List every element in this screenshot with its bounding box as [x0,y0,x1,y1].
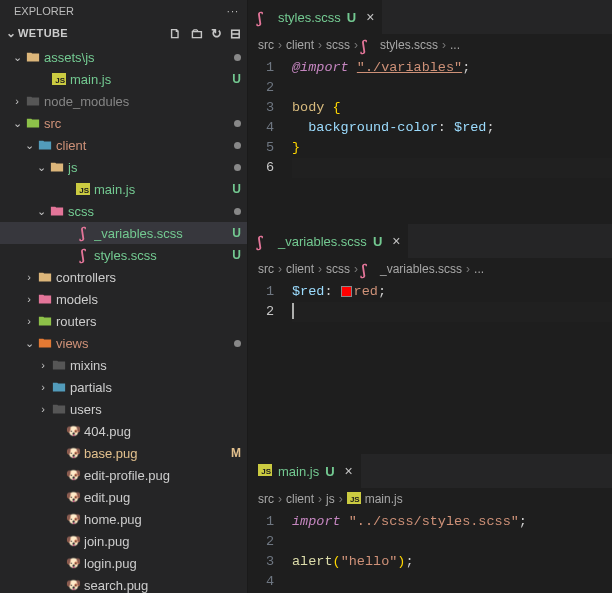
tree-file-edit-pug[interactable]: ·🐶edit.pug [0,486,247,508]
tree-file-404-pug[interactable]: ·🐶404.pug [0,420,247,442]
pug-icon: 🐶 [64,490,82,504]
chevron-down-icon: ⌄ [4,26,18,40]
tree-file-base-pug[interactable]: ·🐶base.pugM [0,442,247,464]
tab-bar: ʃ _variables.scss U × [248,224,612,258]
file-label: views [56,336,230,351]
file-label: scss [68,204,230,219]
file-label: users [70,402,241,417]
crumb[interactable]: ... [450,38,460,52]
tab-label: main.js [278,464,319,479]
line-number: 4 [248,118,292,138]
file-label: models [56,292,241,307]
tree-folder-node-modules[interactable]: › node_modules [0,90,247,112]
close-icon[interactable]: × [392,233,400,249]
line-number: 3 [248,98,292,118]
tree-folder-mixins[interactable]: › mixins [0,354,247,376]
file-label: main.js [70,72,226,87]
new-folder-icon[interactable]: 🗀 [190,26,203,41]
breadcrumb[interactable]: src› client› scss› ʃ styles.scss› ... [248,34,612,56]
tree-folder-src[interactable]: ⌄ src [0,112,247,134]
modified-dot-icon [234,340,241,347]
line-number: 5 [248,138,292,158]
crumb[interactable]: js [326,492,335,506]
chevron-right-icon: › [442,38,446,52]
crumb[interactable]: ... [474,262,484,276]
chevron-down-icon: ⌄ [10,117,24,130]
tree-folder-views[interactable]: ⌄ views [0,332,247,354]
file-label: 404.pug [84,424,241,439]
crumb[interactable]: src [258,38,274,52]
tree-file-main-js[interactable]: · JS main.js U [0,68,247,90]
refresh-icon[interactable]: ↻ [211,26,222,41]
crumb[interactable]: styles.scss [380,38,438,52]
tab-styles-scss[interactable]: ʃ styles.scss U × [248,0,383,34]
folder-icon [36,314,54,328]
tree-folder-models[interactable]: › models [0,288,247,310]
chevron-right-icon: › [278,492,282,506]
js-icon: JS [50,73,68,85]
close-icon[interactable]: × [366,9,374,25]
tree-folder-assets-js[interactable]: ⌄ assets\js [0,46,247,68]
file-label: assets\js [44,50,230,65]
code-editor[interactable]: 1$red: red; 2 [248,280,612,454]
crumb[interactable]: scss [326,38,350,52]
close-icon[interactable]: × [345,463,353,479]
tree-folder-partials[interactable]: › partials [0,376,247,398]
tab-variables-scss[interactable]: ʃ _variables.scss U × [248,224,409,258]
file-label: search.pug [84,578,241,593]
crumb[interactable]: _variables.scss [380,262,462,276]
crumb[interactable]: scss [326,262,350,276]
breadcrumb[interactable]: src› client› scss› ʃ _variables.scss› ..… [248,258,612,280]
tree-folder-users[interactable]: › users [0,398,247,420]
folder-icon [24,50,42,64]
tree-file-login-pug[interactable]: ·🐶login.pug [0,552,247,574]
breadcrumb[interactable]: src› client› js› JS main.js [248,488,612,510]
crumb[interactable]: src [258,492,274,506]
modified-dot-icon [234,54,241,61]
scss-icon: ʃ [258,10,272,24]
more-icon[interactable]: ··· [227,5,239,17]
line-number: 6 [248,158,292,178]
tree-file-join-pug[interactable]: ·🐶join.pug [0,530,247,552]
editor-pane-3: JS main.js U × src› client› js› JS main.… [248,454,612,593]
js-icon: JS [258,464,272,478]
tree-file-home-pug[interactable]: ·🐶home.pug [0,508,247,530]
tree-folder-scss[interactable]: ⌄ scss [0,200,247,222]
crumb[interactable]: main.js [365,492,403,506]
chevron-right-icon: › [339,492,343,506]
crumb[interactable]: src [258,262,274,276]
crumb[interactable]: client [286,38,314,52]
tree-file-edit-profile-pug[interactable]: ·🐶edit-profile.pug [0,464,247,486]
code-editor[interactable]: 1@import "./variables"; 2 3body { 4 back… [248,56,612,224]
chevron-right-icon: › [22,315,36,327]
tree-file-variables-scss[interactable]: · ʃ _variables.scss U [0,222,247,244]
crumb[interactable]: client [286,262,314,276]
line-number: 2 [248,78,292,98]
chevron-down-icon: ⌄ [10,51,24,64]
tab-main-js[interactable]: JS main.js U × [248,454,362,488]
folder-icon [36,138,54,152]
pug-icon: 🐶 [64,468,82,482]
tree-file-search-pug[interactable]: ·🐶search.pug [0,574,247,593]
new-file-icon[interactable]: 🗋 [169,26,182,41]
code-editor[interactable]: 1import "../scss/styles.scss"; 2 3alert(… [248,510,612,593]
project-header[interactable]: ⌄ WETUBE 🗋 🗀 ↻ ⊟ [0,22,247,44]
line-number: 4 [248,572,292,592]
tree-folder-routers[interactable]: › routers [0,310,247,332]
pug-icon: 🐶 [64,446,82,460]
file-label: routers [56,314,241,329]
tree-file-styles-scss[interactable]: · ʃ styles.scss U [0,244,247,266]
tree-folder-js[interactable]: ⌄ js [0,156,247,178]
folder-icon [48,160,66,174]
collapse-icon[interactable]: ⊟ [230,26,241,41]
tree-file-client-main-js[interactable]: · JS main.js U [0,178,247,200]
file-label: styles.scss [94,248,226,263]
chevron-right-icon: › [36,403,50,415]
crumb[interactable]: client [286,492,314,506]
chevron-down-icon: ⌄ [34,161,48,174]
tab-bar: ʃ styles.scss U × [248,0,612,34]
folder-icon [24,94,42,108]
pug-icon: 🐶 [64,556,82,570]
tree-folder-controllers[interactable]: › controllers [0,266,247,288]
tree-folder-client[interactable]: ⌄ client [0,134,247,156]
